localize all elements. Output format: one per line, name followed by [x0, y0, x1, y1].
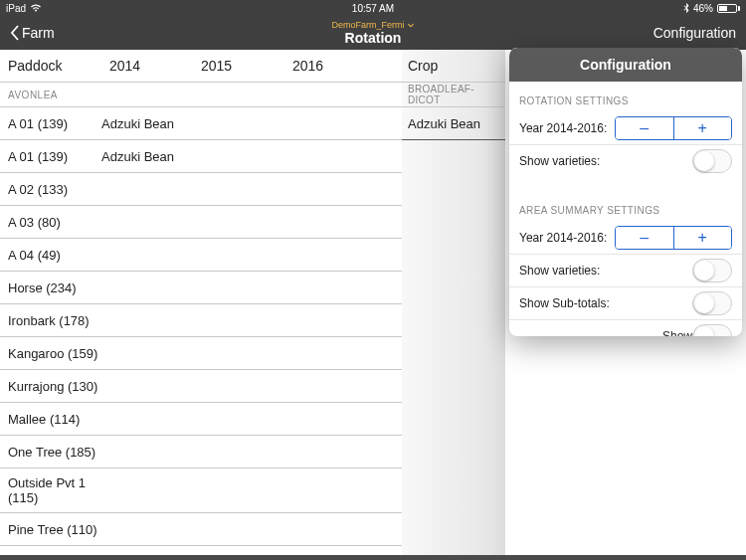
- table-row[interactable]: Kangaroo (159): [0, 337, 402, 370]
- table-row[interactable]: Horse (234): [0, 272, 402, 304]
- stepper-plus[interactable]: +: [674, 227, 732, 249]
- paddock-cell: A 04 (49): [0, 248, 101, 263]
- rotation-varieties-toggle[interactable]: [692, 149, 732, 173]
- configuration-popover: Configuration ROTATION SETTINGS Year 201…: [509, 48, 742, 336]
- device-label: iPad: [6, 3, 26, 14]
- paddock-cell: A 03 (80): [0, 215, 101, 230]
- back-button[interactable]: Farm: [10, 25, 55, 41]
- paddock-cell: One Tree (185): [0, 445, 101, 460]
- col-crop[interactable]: Crop: [402, 50, 505, 83]
- table-row[interactable]: Pine Tree (110): [0, 513, 402, 546]
- year-range-label: Year 2014-2016:: [519, 121, 615, 135]
- col-2016[interactable]: 2016: [284, 58, 376, 74]
- paddock-cell: A 01 (139): [0, 116, 101, 131]
- area-summary-header: AREA SUMMARY SETTINGS: [509, 191, 742, 222]
- crop-table: Crop BROADLEAF-DICOT Adzuki Bean: [402, 50, 505, 560]
- stepper-minus[interactable]: –: [616, 117, 674, 139]
- table-row[interactable]: A 04 (49): [0, 239, 402, 272]
- farm-selector[interactable]: DemoFarm_Fermi: [331, 20, 414, 30]
- paddock-cell: A 02 (133): [0, 182, 101, 197]
- chevron-left-icon: [10, 25, 20, 41]
- col-2015[interactable]: 2015: [193, 58, 284, 74]
- table-row[interactable]: A 02 (133): [0, 173, 402, 206]
- status-bar: iPad 10:57 AM 46%: [0, 0, 746, 16]
- nav-bar: Farm DemoFarm_Fermi Rotation Configurati…: [0, 16, 746, 50]
- wifi-icon: [30, 4, 42, 12]
- paddock-cell: Mallee (114): [0, 412, 101, 427]
- chevron-down-icon: [408, 23, 415, 28]
- show-label: Show: [519, 329, 692, 336]
- rotation-year-stepper[interactable]: – +: [615, 116, 732, 140]
- status-time: 10:57 AM: [352, 3, 394, 14]
- col-2014[interactable]: 2014: [101, 58, 193, 74]
- paddock-cell: Outside Pvt 1(115): [0, 475, 101, 505]
- section-broadleaf: BROADLEAF-DICOT: [402, 83, 505, 107]
- paddock-cell: Pine Tree (110): [0, 522, 101, 537]
- table-row[interactable]: A 01 (139)Adzuki Bean: [0, 140, 402, 173]
- paddock-cell: Horse (234): [0, 280, 101, 295]
- table-row[interactable]: Kurrajong (130): [0, 370, 402, 403]
- section-avonlea: AVONLEA: [0, 83, 402, 107]
- paddock-cell: Ironbark (178): [0, 313, 101, 328]
- year-2014-cell: Adzuki Bean: [101, 116, 193, 131]
- area-year-label: Year 2014-2016:: [519, 231, 615, 245]
- show-varieties-label: Show varieties:: [519, 154, 692, 168]
- paddock-cell: A 01 (139): [0, 149, 101, 164]
- page-title: Rotation: [331, 30, 414, 46]
- col-paddock[interactable]: Paddock: [0, 58, 101, 74]
- year-2014-cell: Adzuki Bean: [101, 149, 193, 164]
- stepper-plus[interactable]: +: [674, 117, 732, 139]
- paddock-cell: Kangaroo (159): [0, 346, 101, 361]
- table-row[interactable]: Outside Pvt 1(115): [0, 468, 402, 513]
- table-row[interactable]: Mallee (114): [0, 403, 402, 436]
- configuration-button[interactable]: Configuration: [653, 25, 736, 41]
- rotation-settings-header: ROTATION SETTINGS: [509, 82, 742, 112]
- farm-name-label: DemoFarm_Fermi: [331, 20, 404, 30]
- popover-title: Configuration: [509, 48, 742, 82]
- battery-icon: [717, 4, 740, 13]
- crop-row[interactable]: Adzuki Bean: [402, 107, 505, 140]
- back-label: Farm: [22, 25, 55, 41]
- area-varieties-toggle[interactable]: [692, 259, 732, 282]
- bottom-bar: [0, 555, 746, 560]
- area-varieties-label: Show varieties:: [519, 264, 692, 278]
- subtotals-toggle[interactable]: [692, 291, 732, 315]
- table-row[interactable]: Ironbark (178): [0, 304, 402, 337]
- bluetooth-icon: [683, 3, 689, 13]
- stepper-minus[interactable]: –: [616, 227, 674, 249]
- show-toggle[interactable]: [692, 324, 732, 336]
- show-subtotals-label: Show Sub-totals:: [519, 296, 692, 310]
- battery-pct: 46%: [693, 3, 713, 14]
- table-row[interactable]: A 01 (139)Adzuki Bean: [0, 107, 402, 140]
- table-row[interactable]: A 03 (80): [0, 206, 402, 239]
- paddock-table: Paddock 2014 2015 2016 AVONLEA A 01 (139…: [0, 50, 402, 560]
- area-year-stepper[interactable]: – +: [615, 226, 732, 250]
- paddock-cell: Kurrajong (130): [0, 379, 101, 394]
- table-row[interactable]: One Tree (185): [0, 436, 402, 468]
